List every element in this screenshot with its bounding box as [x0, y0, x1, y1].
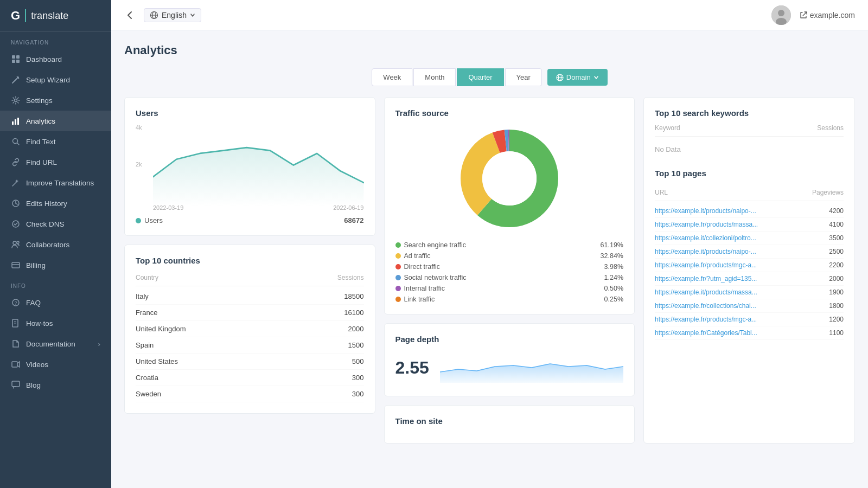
back-button[interactable] — [124, 10, 135, 21]
table-row: United Kingdom2000 — [136, 321, 364, 337]
svg-text:?: ? — [14, 300, 17, 306]
gear-icon — [11, 95, 21, 105]
users-icon — [11, 240, 21, 249]
users-legend-label: Users — [144, 216, 163, 224]
sidebar-item-collaborators[interactable]: Collaborators — [0, 234, 111, 255]
y-label-2k: 2k — [136, 161, 151, 168]
sidebar-item-edits-history[interactable]: Edits History — [0, 193, 111, 214]
time-on-site-card: Time on site — [384, 405, 635, 444]
countries-title: Top 10 countries — [136, 256, 364, 265]
sidebar-label-find-text: Find Text — [26, 138, 56, 146]
page-row: https://example.it/products/massa...1900 — [655, 286, 844, 299]
sidebar-item-videos[interactable]: Videos — [0, 354, 111, 375]
globe-icon — [150, 11, 158, 20]
svg-rect-25 — [12, 381, 20, 387]
link-dot — [395, 297, 401, 302]
external-link-icon — [800, 11, 807, 19]
sidebar-item-billing[interactable]: Billing — [0, 255, 111, 275]
page-row: https://example.fr/Catégories/Tabl...110… — [655, 326, 844, 340]
domain-icon — [556, 74, 564, 81]
sidebar-item-check-dns[interactable]: Check DNS — [0, 214, 111, 234]
filter-year[interactable]: Year — [505, 68, 542, 86]
svg-rect-10 — [17, 118, 19, 125]
traffic-legend: Search engine traffic 61.19% Ad traffic … — [395, 241, 624, 303]
table-row: Sweden300 — [136, 386, 364, 402]
sidebar-item-blog[interactable]: Blog — [0, 375, 111, 395]
magic-icon — [11, 178, 21, 188]
page-row: https://example.fr/products/mgc-a...2200 — [655, 259, 844, 272]
countries-table-header: Country Sessions — [136, 272, 364, 286]
chat-icon — [11, 380, 21, 390]
users-chart-title: Users — [136, 108, 364, 118]
svg-point-15 — [13, 241, 16, 245]
page-row: https://example.it/collezioni/poltro...3… — [655, 232, 844, 245]
sidebar-item-find-url[interactable]: Find URL — [0, 152, 111, 172]
filter-quarter[interactable]: Quarter — [457, 68, 503, 86]
keywords-col2: Sessions — [817, 124, 844, 132]
language-selector[interactable]: English — [144, 8, 201, 22]
sidebar-item-setup-wizard[interactable]: Setup Wizard — [0, 69, 111, 90]
logo: G translate — [0, 0, 111, 32]
page-depth-value: 2.55 — [395, 358, 429, 378]
sidebar-item-documentation[interactable]: Documentation › — [0, 333, 111, 354]
bar-chart-icon — [11, 116, 21, 126]
sidebar-label-how-tos: How-tos — [26, 319, 53, 328]
info-section-label: INFO — [0, 275, 111, 292]
sidebar-item-analytics[interactable]: Analytics — [0, 111, 111, 131]
svg-rect-1 — [16, 55, 20, 59]
check-circle-icon — [11, 219, 21, 229]
page-row: https://example.it/products/naipo-...250… — [655, 245, 844, 259]
sidebar-item-how-tos[interactable]: How-tos — [0, 313, 111, 333]
top-pages-title: Top 10 pages — [655, 169, 844, 178]
sidebar-item-settings[interactable]: Settings — [0, 90, 111, 111]
search-dot — [395, 242, 401, 248]
filter-month[interactable]: Month — [413, 68, 456, 86]
keywords-title: Top 10 search keywords — [655, 108, 844, 118]
svg-rect-17 — [12, 262, 20, 268]
sidebar-label-settings: Settings — [26, 97, 53, 105]
traffic-row-5: Link traffic 0.25% — [395, 296, 624, 303]
table-row: Italy18500 — [136, 288, 364, 305]
page-row: https://example.fr/products/mgc-a...1200 — [655, 313, 844, 326]
page-depth-title: Page depth — [395, 335, 624, 344]
svg-point-42 — [482, 151, 537, 206]
ad-dot — [395, 253, 401, 259]
users-line-chart — [153, 124, 364, 206]
sidebar-label-check-dns: Check DNS — [26, 220, 65, 228]
header: English example.com — [111, 0, 868, 30]
donut-chart — [455, 124, 564, 233]
file-icon — [11, 339, 21, 349]
avatar — [771, 5, 791, 25]
traffic-row-3: Social network traffic 1.24% — [395, 274, 624, 281]
y-label-4k: 4k — [136, 124, 151, 131]
keywords-no-data: No Data — [655, 141, 844, 158]
wand-icon — [11, 75, 21, 85]
svg-line-4 — [12, 79, 17, 83]
sidebar-item-dashboard[interactable]: Dashboard — [0, 49, 111, 69]
sidebar-label-documentation: Documentation — [26, 340, 75, 348]
countries-col2: Sessions — [337, 274, 364, 281]
chart-legend: Users 68672 — [136, 216, 364, 224]
pages-header: URL Pageviews — [655, 189, 844, 201]
filter-week[interactable]: Week — [372, 68, 412, 86]
svg-rect-8 — [12, 121, 14, 125]
filter-domain[interactable]: Domain — [547, 69, 608, 86]
svg-line-12 — [17, 143, 20, 145]
sidebar-item-find-text[interactable]: Find Text — [0, 131, 111, 152]
sidebar-item-faq[interactable]: ? FAQ — [0, 292, 111, 313]
users-chart-area: 4k 2k — [136, 124, 364, 211]
table-row: France16100 — [136, 305, 364, 321]
chart-y-labels: 4k 2k — [136, 124, 151, 198]
svg-point-16 — [17, 241, 19, 243]
countries-col1: Country — [136, 274, 158, 281]
pages-col1: URL — [655, 189, 668, 196]
traffic-row-0: Search engine traffic 61.19% — [395, 241, 624, 249]
logo-letter: G — [11, 9, 20, 23]
keywords-header: Keyword Sessions — [655, 124, 844, 137]
content-area: Analytics Week Month Quarter Year Domain… — [111, 30, 868, 488]
traffic-row-2: Direct traffic 3.98% — [395, 263, 624, 271]
sidebar-item-improve-translations[interactable]: Improve Translations — [0, 172, 111, 193]
link-icon — [11, 157, 21, 167]
traffic-source-card: Traffic source — [384, 97, 635, 314]
x-label-end: 2022-06-19 — [333, 204, 363, 211]
